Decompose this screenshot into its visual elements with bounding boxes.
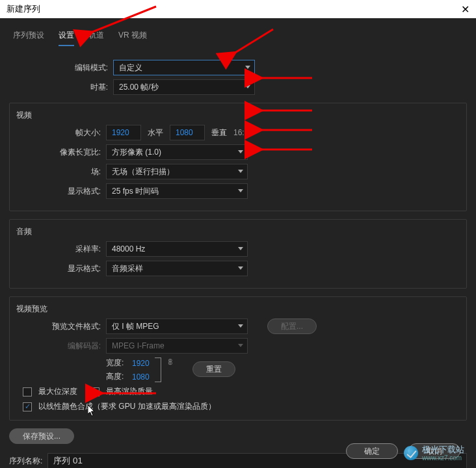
footer-buttons: 确定 取消 — [346, 443, 460, 459]
chevron-down-icon — [245, 66, 250, 69]
linear-color-label: 以线性颜色合成（要求 GPU 加速或最高渲染品质） — [38, 401, 216, 412]
chevron-down-icon — [238, 189, 243, 192]
video-display-format-row: 显示格式: 25 fps 时间码 — [16, 183, 460, 199]
video-display-format-select[interactable]: 25 fps 时间码 — [106, 183, 248, 199]
par-select[interactable]: 方形像素 (1.0) — [106, 144, 248, 160]
preview-group: 视频预览 预览文件格式: 仅 I 帧 MPEG 配置... 编解码器: MPEG… — [9, 296, 467, 421]
video-display-format-value: 25 fps 时间码 — [112, 186, 159, 197]
par-row: 像素长宽比: 方形像素 (1.0) — [16, 144, 460, 160]
video-title: 视频 — [16, 110, 460, 121]
max-bit-depth-checkbox[interactable] — [23, 387, 32, 396]
preview-file-format-select[interactable]: 仅 I 帧 MPEG — [106, 318, 248, 334]
sample-rate-row: 采样率: 48000 Hz — [16, 241, 460, 257]
chevron-down-icon — [238, 266, 243, 270]
fields-select[interactable]: 无场（逐行扫描） — [106, 164, 248, 179]
max-render-quality-checkbox[interactable] — [90, 387, 99, 396]
config-button: 配置... — [267, 318, 317, 334]
checkbox-row-2: 以线性颜色合成（要求 GPU 加速或最高渲染品质） — [23, 401, 460, 412]
codec-label: 编解码器: — [16, 341, 106, 352]
frame-height-input[interactable]: 1080 — [170, 125, 205, 140]
frame-height-value: 1080 — [176, 128, 193, 137]
chevron-down-icon — [238, 150, 243, 153]
tab-vr[interactable]: VR 视频 — [118, 30, 147, 46]
audio-group: 音频 采样率: 48000 Hz 显示格式: 音频采样 — [9, 219, 467, 289]
sequence-name-label: 序列名称: — [9, 456, 42, 467]
preview-height-value[interactable]: 1080 — [132, 372, 150, 382]
chevron-down-icon — [245, 85, 250, 88]
reset-button[interactable]: 重置 — [192, 361, 235, 377]
preview-size-row: 宽度: 1920 高度: 1080 𝟠 重置 — [16, 358, 460, 382]
chevron-down-icon — [238, 324, 243, 328]
titlebar: 新建序列 ✕ — [0, 0, 476, 18]
tabs: 序列预设 设置 轨道 VR 视频 — [9, 25, 467, 47]
preview-width-value[interactable]: 1920 — [132, 359, 150, 368]
fields-row: 场: 无场（逐行扫描） — [16, 164, 460, 179]
preview-file-format-row: 预览文件格式: 仅 I 帧 MPEG 配置... — [16, 318, 460, 334]
video-group: 视频 帧大小: 1920 水平 1080 垂直 16:9 像素长宽比: 方形像素… — [9, 103, 467, 211]
dialog-body: 序列预设 设置 轨道 VR 视频 编辑模式: 自定义 时基: 25.00 帧/秒… — [0, 18, 476, 468]
link-icon[interactable]: 𝟠 — [168, 358, 173, 367]
audio-display-format-value: 音频采样 — [112, 263, 143, 274]
tab-tracks[interactable]: 轨道 — [88, 30, 104, 46]
frame-size-label: 帧大小: — [16, 127, 106, 138]
checkbox-row-1: 最大位深度 最高渲染质量 — [23, 386, 460, 397]
fields-value: 无场（逐行扫描） — [112, 166, 174, 177]
chevron-down-icon — [238, 247, 243, 250]
codec-select: MPEG I-Frame — [106, 338, 248, 354]
chevron-down-icon — [238, 344, 243, 347]
timebase-row: 时基: 25.00 帧/秒 — [9, 79, 467, 95]
timebase-select[interactable]: 25.00 帧/秒 — [113, 79, 255, 95]
save-preset-button[interactable]: 保存预设... — [9, 428, 74, 444]
preview-file-format-label: 预览文件格式: — [16, 321, 106, 332]
audio-title: 音频 — [16, 226, 460, 237]
ok-button[interactable]: 确定 — [346, 443, 398, 459]
frame-width-value: 1920 — [112, 128, 129, 137]
timebase-value: 25.00 帧/秒 — [119, 82, 159, 93]
frame-width-input[interactable]: 1920 — [106, 125, 141, 140]
frame-size-row: 帧大小: 1920 水平 1080 垂直 16:9 — [16, 125, 460, 140]
preview-file-format-value: 仅 I 帧 MPEG — [112, 321, 159, 332]
edit-mode-label: 编辑模式: — [9, 62, 113, 73]
tab-settings[interactable]: 设置 — [59, 30, 74, 46]
window-title: 新建序列 — [7, 3, 40, 15]
audio-display-format-label: 显示格式: — [16, 263, 106, 274]
tab-presets[interactable]: 序列预设 — [13, 30, 44, 46]
aspect-ratio-label: 16:9 — [233, 128, 248, 137]
preview-height-label: 高度: — [106, 371, 132, 382]
sample-rate-label: 采样率: — [16, 244, 106, 255]
codec-value: MPEG I-Frame — [112, 341, 165, 350]
chevron-down-icon — [238, 170, 243, 173]
cancel-button[interactable]: 取消 — [408, 443, 460, 459]
preview-width-label: 宽度: — [106, 358, 132, 369]
linear-color-checkbox[interactable] — [23, 402, 32, 411]
edit-mode-value: 自定义 — [119, 62, 142, 73]
audio-display-format-select[interactable]: 音频采样 — [106, 261, 248, 276]
vertical-label: 垂直 — [211, 127, 227, 138]
par-label: 像素长宽比: — [16, 147, 106, 158]
audio-display-format-row: 显示格式: 音频采样 — [16, 261, 460, 276]
bracket-icon — [155, 358, 161, 382]
close-icon[interactable]: ✕ — [461, 3, 469, 16]
timebase-label: 时基: — [9, 82, 113, 93]
edit-mode-select[interactable]: 自定义 — [113, 60, 255, 75]
edit-mode-row: 编辑模式: 自定义 — [9, 60, 467, 75]
sample-rate-value: 48000 Hz — [112, 244, 145, 254]
par-value: 方形像素 (1.0) — [112, 147, 161, 158]
fields-label: 场: — [16, 166, 106, 177]
horizontal-label: 水平 — [148, 127, 163, 138]
sample-rate-select[interactable]: 48000 Hz — [106, 241, 248, 257]
preview-title: 视频预览 — [16, 304, 460, 315]
max-render-quality-label: 最高渲染质量 — [106, 386, 153, 397]
max-bit-depth-label: 最大位深度 — [38, 386, 77, 397]
video-display-format-label: 显示格式: — [16, 186, 106, 197]
codec-row: 编解码器: MPEG I-Frame — [16, 338, 460, 354]
